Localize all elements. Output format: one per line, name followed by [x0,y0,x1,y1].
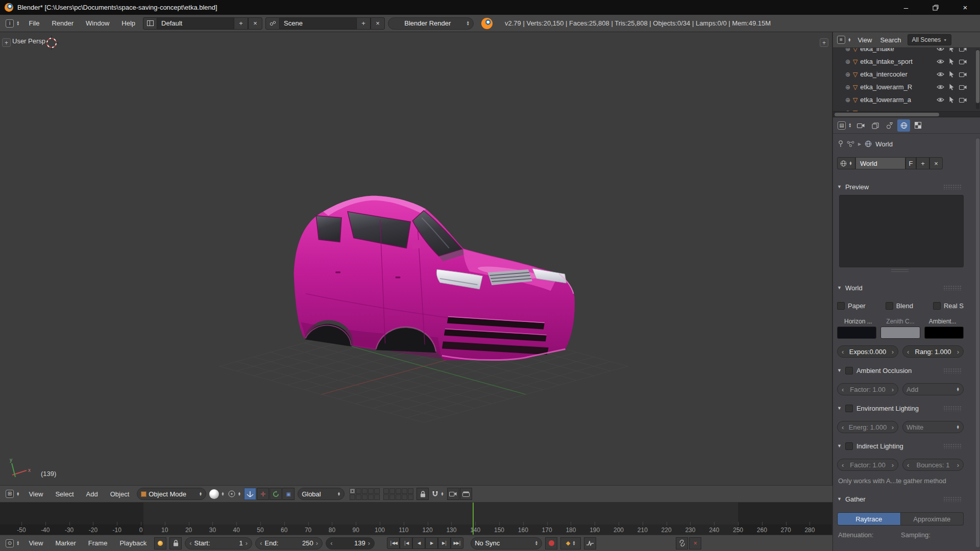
outliner-horizontal-scrollbar[interactable] [833,111,980,117]
current-frame-field[interactable]: ‹ 139 › [326,537,375,549]
preview-resize-grip[interactable] [833,267,967,273]
play-reverse-button[interactable]: ◀ [412,537,425,549]
selectable-cursor-icon[interactable] [949,71,954,78]
outliner-row[interactable]: ⊕ ▽ etka_lowerarm_R [833,81,980,93]
fake-user-button[interactable]: F [905,157,916,169]
keying-set-dropdown[interactable]: ◆ ▲▼ [560,537,581,549]
timeline-editor-selector[interactable]: ⊙ ▲▼ [4,538,21,548]
renderable-camera-icon[interactable] [959,48,967,52]
menu-frame[interactable]: Frame [84,537,112,549]
visibility-eye-icon[interactable] [937,48,944,52]
layout-add-button[interactable]: + [234,17,248,30]
real-sky-toggle[interactable]: Real S [933,302,964,310]
keying-link-button[interactable] [676,537,688,549]
layer-toggle[interactable] [408,494,413,500]
previous-keyframe-button[interactable]: │◀ [400,537,412,549]
scale-manipulator-button[interactable]: ▣ [282,488,295,500]
jump-to-start-button[interactable]: │◀◀ [387,537,400,549]
visibility-eye-icon[interactable] [937,84,944,90]
renderable-camera-icon[interactable] [959,85,967,90]
menu-help[interactable]: Help [117,17,140,29]
layer-toggle[interactable] [389,494,395,500]
visibility-eye-icon[interactable] [937,59,944,64]
insert-keyframe-button[interactable] [584,537,596,549]
maximize-button[interactable] [921,0,950,15]
layer-toggle[interactable] [368,494,374,500]
visibility-eye-icon[interactable] [937,71,944,77]
layout-browse-button[interactable] [143,17,157,30]
jump-to-end-button[interactable]: ▶▶│ [451,537,463,549]
minimize-button[interactable]: – [891,0,921,15]
visibility-eye-icon[interactable] [937,97,944,103]
menu-playback[interactable]: Playback [115,537,151,549]
layer-toggle[interactable] [383,494,389,500]
layer-toggle[interactable] [362,494,368,500]
transform-orientation-dropdown[interactable]: Global ▲▼ [298,488,345,500]
menu-file[interactable]: File [24,17,44,29]
scrollbar-thumb[interactable] [976,50,979,103]
properties-editor-selector[interactable]: ▤ ▲▼ [836,120,853,131]
tab-render-layers[interactable] [869,119,881,132]
environment-lighting-section-header[interactable]: ▼ Environment Lighting [833,401,967,415]
approximate-button[interactable]: Approximate [901,512,964,525]
opengl-render-button[interactable] [447,488,459,500]
mode-dropdown[interactable]: Object Mode ▲▼ [137,488,206,500]
panel-grip-icon[interactable] [943,285,962,291]
outliner-filter-dropdown[interactable]: All Scenes ▼ [908,34,952,45]
indirect-lighting-section-header[interactable]: ▼ Indirect Lighting [833,439,967,453]
scrollbar-thumb[interactable] [835,113,939,116]
expand-icon[interactable]: ⊕ [845,71,850,78]
manipulator-toggle-button[interactable] [244,488,256,500]
layer-toggle[interactable] [362,488,368,494]
env-energy-field[interactable]: ‹ Energ: 1.000 › [837,421,898,433]
indirect-factor-field[interactable]: ‹ Factor: 1.00 › [837,459,898,471]
datablock-add-button[interactable]: + [916,157,929,169]
tab-render[interactable] [854,119,867,132]
datablock-name-field[interactable]: World [855,157,905,169]
ambient-occlusion-checkbox[interactable] [845,367,853,374]
translate-manipulator-button[interactable]: ✛ [257,488,269,500]
renderable-camera-icon[interactable] [959,59,967,64]
world-section-header[interactable]: ▼ World [833,281,967,295]
expand-icon[interactable]: ⊕ [845,48,850,53]
tab-world[interactable] [897,119,910,132]
info-editor-selector[interactable]: i ▲▼ [4,18,21,29]
layer-toggle[interactable] [374,488,380,494]
ao-blend-dropdown[interactable]: Add ▲▼ [902,383,964,395]
lock-to-scene-button[interactable] [416,488,429,500]
scene-delete-button[interactable]: × [371,17,385,30]
viewport-shading-dropdown[interactable]: ▲▼ [209,489,224,499]
panel-grip-icon[interactable] [943,368,962,373]
gather-section-header[interactable]: ▼ Gather [833,492,967,506]
preview-range-button[interactable] [154,537,166,549]
layer-toggle[interactable] [396,494,401,500]
range-field[interactable]: ‹ Rang: 1.000 › [902,345,964,358]
datablock-browse-button[interactable]: ▲▼ [837,157,855,169]
record-button[interactable] [545,537,557,549]
end-frame-field[interactable]: ‹ End: 250 › [255,537,323,549]
menu-view[interactable]: View [24,488,47,500]
exposure-field[interactable]: ‹ Expos:0.000 › [837,345,898,358]
layer-toggle[interactable] [402,494,407,500]
layer-toggle[interactable] [356,494,361,500]
layout-name-field[interactable]: Default [157,17,234,30]
node-tree-icon[interactable] [847,141,854,147]
datablock-unlink-button[interactable]: × [929,157,943,169]
outliner-row-partial[interactable]: ⊕ ▽ [833,106,980,111]
layer-toggle[interactable] [374,494,380,500]
menu-window[interactable]: Window [81,17,114,29]
selectable-cursor-icon[interactable] [949,96,954,103]
environment-lighting-checkbox[interactable] [845,405,853,412]
ambient-color-swatch[interactable] [924,327,964,339]
selectable-cursor-icon[interactable] [949,84,954,90]
outliner-row[interactable]: ⊕ ▽ etka_intake_sport [833,55,980,68]
blend-sky-toggle[interactable]: Blend [886,302,913,310]
view3d-editor-selector[interactable]: ⊞ ▲▼ [4,489,21,499]
rotate-manipulator-button[interactable] [270,488,282,500]
next-keyframe-button[interactable]: ▶│ [438,537,451,549]
layer-toggle[interactable] [383,488,389,494]
selectable-cursor-icon[interactable] [949,58,954,65]
indirect-lighting-checkbox[interactable] [845,442,853,450]
layer-toggle[interactable] [396,488,401,494]
render-engine-dropdown[interactable]: Blender Render ▲▼ [388,17,474,30]
